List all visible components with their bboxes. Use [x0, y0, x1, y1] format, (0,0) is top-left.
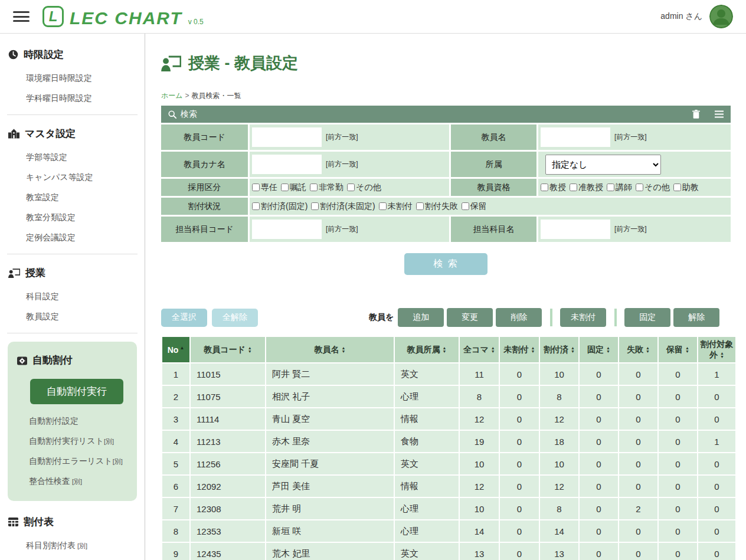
cell-fixed: 0 — [580, 543, 618, 560]
table-row[interactable]: 9 12435 荒木 妃里 英文 13 0 13 0 0 0 0 — [162, 543, 735, 560]
status-option-unassigned[interactable]: 未割付 — [379, 201, 413, 212]
match-hint: [前方一致] — [326, 224, 358, 234]
match-hint: [前方一致] — [326, 132, 358, 142]
match-hint: [前方一致] — [614, 132, 647, 142]
cell-affiliation: 情報 — [395, 408, 459, 430]
breadcrumb-home-link[interactable]: ホーム — [161, 91, 183, 100]
col-header-assigned[interactable]: 割付済▲▼ — [540, 337, 578, 362]
cell-fixed: 0 — [580, 498, 618, 519]
cell-teacher-code: 12353 — [191, 520, 265, 542]
sidebar-item-subject-assignment-chart[interactable]: 科目別割付表 [別] — [0, 536, 145, 556]
teacher-code-input[interactable] — [252, 127, 322, 147]
cell-total-slots: 14 — [460, 520, 499, 542]
panel-menu-icon[interactable] — [715, 110, 724, 118]
cell-total-slots: 12 — [460, 476, 499, 497]
sidebar-item-teacher-assignment-chart[interactable]: 教員別割付表 [別] — [0, 556, 145, 560]
sidebar-item-teacher-settings[interactable]: 教員設定 — [0, 307, 145, 327]
sidebar-item-faculty-settings[interactable]: 学部等設定 — [0, 148, 145, 168]
affiliation-select[interactable]: 指定なし — [545, 155, 661, 175]
col-header-failed[interactable]: 失敗▲▼ — [619, 337, 657, 362]
table-row[interactable]: 8 12353 新垣 咲 心理 14 0 14 0 0 0 0 — [162, 520, 735, 542]
sidebar-item-subject-settings[interactable]: 科目設定 — [0, 287, 145, 307]
sidebar-item-dept-day-period[interactable]: 学科曜日時限設定 — [0, 89, 145, 109]
teacher-table: No▲ 教員コード▲▼ 教員名▲▼ 教員所属▲▼ 全コマ▲▼ 未割付▲▼ 割付済… — [161, 336, 737, 560]
sidebar-item-auto-assign-error-list[interactable]: 自動割付エラーリスト[別] — [10, 451, 135, 471]
col-header-fixed[interactable]: 固定▲▼ — [580, 337, 618, 362]
cell-no: 1 — [162, 363, 189, 385]
cell-failed: 0 — [619, 520, 657, 542]
subject-code-input[interactable] — [252, 220, 322, 239]
qualification-option-lecturer[interactable]: 講師 — [607, 182, 632, 193]
cell-fixed: 0 — [580, 476, 618, 497]
employment-option-fulltime[interactable]: 専任 — [252, 182, 277, 193]
fix-button[interactable]: 固定 — [624, 308, 670, 327]
clear-all-button[interactable]: 全解除 — [212, 309, 258, 327]
table-icon — [8, 518, 18, 526]
logo-badge-icon: L — [42, 6, 64, 27]
sidebar-section-master-settings[interactable]: マスタ設定 — [0, 121, 145, 148]
sidebar-item-env-day-period[interactable]: 環境曜日時限設定 — [0, 68, 145, 89]
status-option-assigned-unfixed[interactable]: 割付済(未固定) — [311, 201, 375, 212]
trash-icon[interactable] — [692, 110, 700, 119]
search-icon — [168, 110, 176, 119]
menu-icon[interactable] — [13, 9, 30, 25]
sidebar-item-consistency-check[interactable]: 整合性検査 [別] — [10, 471, 135, 492]
sidebar-item-classroom-category-settings[interactable]: 教室分類設定 — [0, 208, 145, 228]
sidebar-section-auto-assign[interactable]: 自動割付 — [10, 348, 135, 374]
breadcrumb-current: 教員検索・一覧 — [192, 91, 241, 100]
sort-asc-icon: ▲ — [179, 345, 184, 351]
select-all-button[interactable]: 全選択 — [161, 309, 207, 327]
table-row[interactable]: 7 12308 荒井 明 心理 10 0 8 0 2 0 0 — [162, 498, 735, 519]
cell-teacher-name: 荒木 妃里 — [266, 543, 394, 560]
table-row[interactable]: 1 11015 阿井 賢二 英文 11 0 10 0 0 0 1 — [162, 363, 735, 385]
employment-option-contract[interactable]: 嘱託 — [281, 182, 306, 193]
sort-icon: ▲▼ — [491, 346, 495, 353]
col-header-teacher-name[interactable]: 教員名▲▼ — [266, 337, 394, 362]
table-row[interactable]: 4 11213 赤木 里奈 食物 19 0 18 0 0 0 1 — [162, 431, 735, 452]
qualification-option-professor[interactable]: 教授 — [541, 182, 566, 193]
table-row[interactable]: 3 11114 青山 夏空 情報 12 0 12 0 0 0 0 — [162, 408, 735, 430]
sidebar-section-time-settings[interactable]: 時限設定 — [0, 42, 145, 68]
teacher-name-input[interactable] — [541, 127, 610, 147]
table-row[interactable]: 2 11075 相沢 礼子 心理 8 0 8 0 0 0 0 — [162, 386, 735, 407]
user-avatar[interactable] — [709, 5, 733, 28]
qualification-option-assistant[interactable]: 助教 — [673, 182, 699, 193]
col-header-total-slots[interactable]: 全コマ▲▼ — [460, 337, 499, 362]
release-button[interactable]: 解除 — [673, 308, 719, 327]
add-button[interactable]: 追加 — [398, 308, 444, 327]
subject-name-input[interactable] — [541, 220, 610, 239]
teacher-kana-input[interactable] — [252, 155, 322, 174]
sidebar-item-regular-meeting-settings[interactable]: 定例会議設定 — [0, 228, 145, 248]
sidebar-section-class[interactable]: 授業 — [0, 260, 145, 287]
col-header-unassigned[interactable]: 未割付▲▼ — [500, 337, 539, 362]
status-option-hold[interactable]: 保留 — [462, 201, 487, 212]
employment-option-other[interactable]: その他 — [347, 182, 381, 193]
sidebar-item-campus-settings[interactable]: キャンパス等設定 — [0, 168, 145, 188]
auto-assign-run-button[interactable]: 自動割付実行 — [30, 379, 123, 404]
col-header-hold[interactable]: 保留▲▼ — [659, 337, 697, 362]
cell-no: 9 — [162, 543, 189, 560]
sidebar-item-auto-assign-settings[interactable]: 自動割付設定 — [10, 411, 135, 431]
qualification-option-other[interactable]: その他 — [636, 182, 670, 193]
cell-teacher-name: 芦田 美佳 — [266, 476, 394, 497]
employment-option-parttime[interactable]: 非常勤 — [310, 182, 343, 193]
cell-total-slots: 19 — [460, 431, 499, 452]
qualification-option-assoc-professor[interactable]: 准教授 — [570, 182, 603, 193]
table-row[interactable]: 5 11256 安座間 千夏 英文 10 0 10 0 0 0 0 — [162, 453, 735, 474]
sidebar-item-classroom-settings[interactable]: 教室設定 — [0, 188, 145, 208]
col-header-no[interactable]: No▲ — [162, 337, 189, 362]
app-logo[interactable]: L LEC CHART v 0.5 — [42, 6, 204, 27]
table-row[interactable]: 6 12092 芦田 美佳 情報 12 0 12 0 0 0 0 — [162, 476, 735, 497]
status-option-assigned-fixed[interactable]: 割付済(固定) — [252, 201, 307, 212]
search-button[interactable]: 検 索 — [404, 253, 487, 275]
sidebar-item-auto-assign-run-list[interactable]: 自動割付実行リスト[別] — [10, 431, 135, 451]
col-header-excluded[interactable]: 割付対象外▲▼ — [698, 337, 735, 362]
sidebar-section-assignment-chart[interactable]: 割付表 — [0, 509, 145, 536]
change-button[interactable]: 変更 — [447, 308, 493, 327]
col-header-teacher-code[interactable]: 教員コード▲▼ — [191, 337, 265, 362]
col-header-affiliation[interactable]: 教員所属▲▼ — [395, 337, 459, 362]
status-option-failed[interactable]: 割付失敗 — [416, 201, 458, 212]
delete-button[interactable]: 削除 — [496, 308, 542, 327]
cell-teacher-code: 12308 — [191, 498, 265, 519]
unassign-button[interactable]: 未割付 — [560, 308, 606, 327]
